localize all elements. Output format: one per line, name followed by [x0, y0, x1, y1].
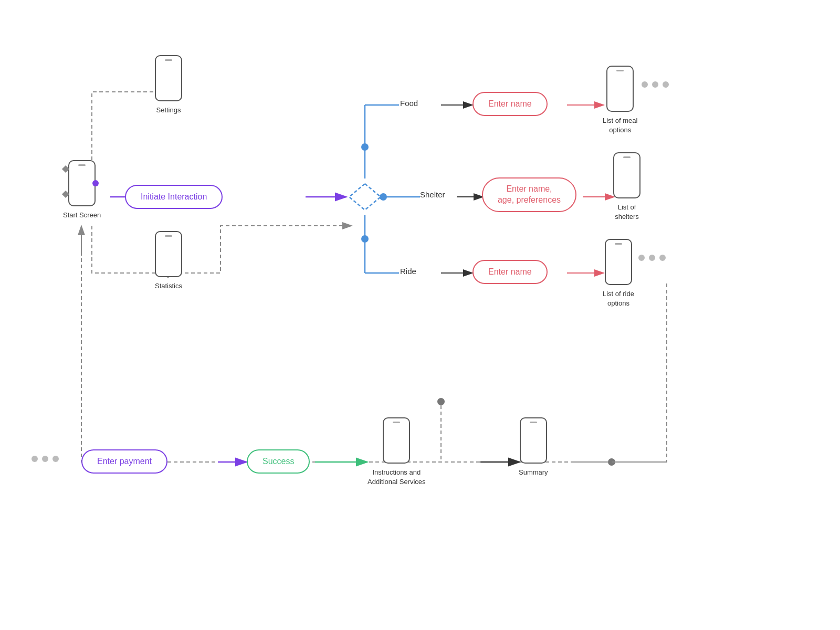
decision-diamond	[346, 181, 383, 215]
meal-options-phone	[606, 66, 634, 112]
start-screen-node: Start Screen	[63, 160, 101, 220]
shelter-options-phone	[613, 152, 640, 198]
svg-marker-32	[349, 184, 381, 210]
instructions-label: Instructions andAdditional Services	[368, 468, 426, 487]
enter-name-ride-pill[interactable]: Enter name	[472, 260, 548, 284]
enter-payment-pill[interactable]: Enter payment	[81, 449, 167, 474]
enter-name-food-node: Enter name	[472, 92, 548, 116]
svg-point-12	[361, 143, 369, 151]
meal-options-label: List of mealoptions	[603, 116, 637, 135]
summary-phone	[520, 417, 547, 464]
success-pill[interactable]: Success	[247, 449, 310, 474]
dot2	[652, 81, 658, 88]
svg-point-17	[361, 235, 369, 243]
dot6	[659, 255, 666, 261]
shelter-options-label: List ofshelters	[615, 203, 639, 222]
dot5	[649, 255, 655, 261]
dot7	[32, 456, 38, 462]
enter-name-food-pill[interactable]: Enter name	[472, 92, 548, 116]
enter-payment-node: Enter payment	[81, 449, 167, 474]
dot3	[663, 81, 669, 88]
dot9	[52, 456, 59, 462]
dot1	[642, 81, 648, 88]
food-label: Food	[400, 99, 418, 108]
meal-options-node: List of mealoptions	[603, 66, 637, 135]
start-screen-phone	[68, 160, 96, 206]
dot4	[638, 255, 645, 261]
shelter-label: Shelter	[420, 190, 445, 200]
enter-name-shelter-pill[interactable]: Enter name,age, preferences	[482, 177, 576, 212]
ride-options-phone	[605, 239, 632, 285]
instructions-phone	[383, 417, 410, 464]
statistics-node: Statistics	[155, 231, 182, 291]
statistics-phone	[155, 231, 182, 277]
settings-label: Settings	[156, 106, 181, 115]
diagram-canvas: Start Screen Settings Statistics Initiat…	[0, 0, 840, 630]
enter-name-shelter-node: Enter name,age, preferences	[482, 177, 576, 212]
svg-point-25	[437, 398, 445, 405]
settings-phone	[155, 55, 182, 101]
svg-point-31	[608, 458, 615, 466]
initiate-interaction-pill[interactable]: Initiate Interaction	[125, 185, 223, 209]
summary-label: Summary	[519, 468, 548, 477]
statistics-label: Statistics	[155, 281, 182, 291]
settings-node: Settings	[155, 55, 182, 115]
instructions-node: Instructions andAdditional Services	[368, 417, 426, 487]
enter-name-ride-node: Enter name	[472, 260, 548, 284]
success-node: Success	[247, 449, 310, 474]
dot8	[42, 456, 48, 462]
shelter-options-node: List ofshelters	[613, 152, 640, 222]
initiate-interaction-node: Initiate Interaction	[125, 185, 223, 209]
ride-options-label: List of rideoptions	[603, 289, 634, 308]
start-screen-label: Start Screen	[63, 211, 101, 220]
summary-node: Summary	[519, 417, 548, 477]
ride-options-node: List of rideoptions	[603, 239, 634, 308]
ride-label: Ride	[400, 267, 416, 276]
